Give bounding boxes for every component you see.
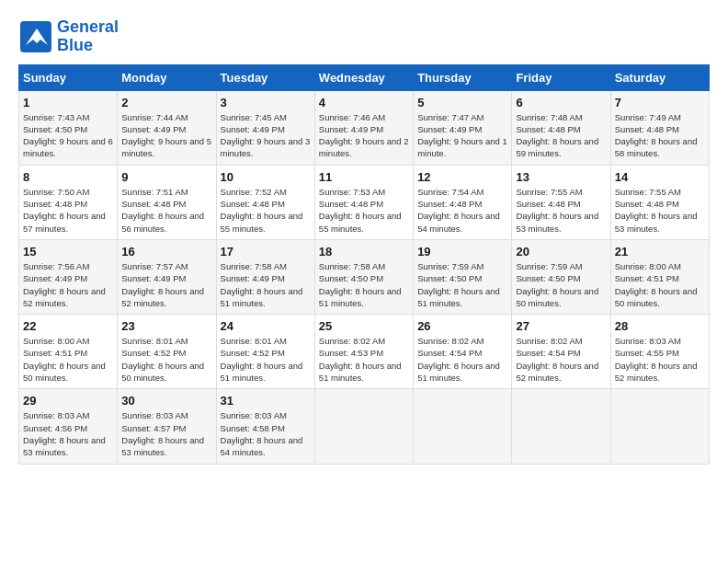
day-info: Sunrise: 8:03 AM Sunset: 4:55 PM Dayligh… bbox=[615, 335, 705, 384]
calendar-cell: 27 Sunrise: 8:02 AM Sunset: 4:54 PM Dayl… bbox=[512, 315, 610, 389]
logo: General Blue bbox=[18, 18, 119, 55]
day-info: Sunrise: 8:00 AM Sunset: 4:51 PM Dayligh… bbox=[615, 260, 705, 309]
day-number: 11 bbox=[319, 170, 409, 184]
day-info: Sunrise: 7:51 AM Sunset: 4:48 PM Dayligh… bbox=[121, 186, 211, 235]
day-number: 6 bbox=[516, 96, 606, 109]
calendar-cell: 28 Sunrise: 8:03 AM Sunset: 4:55 PM Dayl… bbox=[610, 315, 709, 389]
calendar-cell bbox=[314, 389, 413, 464]
header-day-sunday: Sunday bbox=[19, 64, 118, 90]
calendar-cell: 19 Sunrise: 7:59 AM Sunset: 4:50 PM Dayl… bbox=[414, 239, 512, 314]
day-number: 31 bbox=[221, 394, 311, 408]
day-info: Sunrise: 8:03 AM Sunset: 4:56 PM Dayligh… bbox=[23, 409, 113, 458]
day-number: 3 bbox=[221, 96, 311, 109]
calendar-cell: 13 Sunrise: 7:55 AM Sunset: 4:48 PM Dayl… bbox=[512, 165, 610, 239]
logo-icon bbox=[18, 19, 53, 54]
calendar-cell: 14 Sunrise: 7:55 AM Sunset: 4:48 PM Dayl… bbox=[610, 165, 709, 239]
day-number: 12 bbox=[417, 170, 507, 184]
calendar-cell: 17 Sunrise: 7:58 AM Sunset: 4:49 PM Dayl… bbox=[216, 239, 314, 314]
day-number: 8 bbox=[23, 170, 113, 184]
day-number: 4 bbox=[319, 96, 409, 109]
day-info: Sunrise: 7:46 AM Sunset: 4:49 PM Dayligh… bbox=[319, 111, 409, 160]
header-day-thursday: Thursday bbox=[414, 64, 512, 90]
calendar-cell: 26 Sunrise: 8:02 AM Sunset: 4:54 PM Dayl… bbox=[414, 315, 512, 389]
calendar-cell: 4 Sunrise: 7:46 AM Sunset: 4:49 PM Dayli… bbox=[314, 90, 413, 165]
day-info: Sunrise: 7:47 AM Sunset: 4:49 PM Dayligh… bbox=[417, 111, 507, 160]
day-info: Sunrise: 7:54 AM Sunset: 4:48 PM Dayligh… bbox=[417, 186, 507, 235]
day-info: Sunrise: 7:57 AM Sunset: 4:49 PM Dayligh… bbox=[121, 260, 211, 309]
calendar-cell: 8 Sunrise: 7:50 AM Sunset: 4:48 PM Dayli… bbox=[19, 165, 118, 239]
calendar-cell: 9 Sunrise: 7:51 AM Sunset: 4:48 PM Dayli… bbox=[118, 165, 216, 239]
calendar-cell: 6 Sunrise: 7:48 AM Sunset: 4:48 PM Dayli… bbox=[512, 90, 610, 165]
calendar-cell bbox=[414, 389, 512, 464]
day-number: 30 bbox=[121, 394, 211, 408]
calendar-cell: 21 Sunrise: 8:00 AM Sunset: 4:51 PM Dayl… bbox=[610, 239, 709, 314]
calendar-cell bbox=[610, 389, 709, 464]
day-info: Sunrise: 7:56 AM Sunset: 4:49 PM Dayligh… bbox=[23, 260, 113, 309]
day-number: 21 bbox=[615, 245, 705, 259]
day-info: Sunrise: 7:55 AM Sunset: 4:48 PM Dayligh… bbox=[516, 186, 606, 235]
calendar-cell: 10 Sunrise: 7:52 AM Sunset: 4:48 PM Dayl… bbox=[216, 165, 314, 239]
day-number: 7 bbox=[615, 96, 705, 109]
header-day-friday: Friday bbox=[512, 64, 610, 90]
calendar-cell: 11 Sunrise: 7:53 AM Sunset: 4:48 PM Dayl… bbox=[314, 165, 413, 239]
week-row-3: 15 Sunrise: 7:56 AM Sunset: 4:49 PM Dayl… bbox=[19, 239, 710, 314]
day-info: Sunrise: 7:50 AM Sunset: 4:48 PM Dayligh… bbox=[23, 186, 113, 235]
logo-general: General bbox=[57, 17, 119, 36]
calendar-cell: 20 Sunrise: 7:59 AM Sunset: 4:50 PM Dayl… bbox=[512, 239, 610, 314]
header-day-monday: Monday bbox=[118, 64, 216, 90]
day-number: 27 bbox=[516, 319, 606, 333]
day-number: 1 bbox=[23, 96, 113, 109]
day-number: 10 bbox=[221, 170, 311, 184]
calendar-cell bbox=[512, 389, 610, 464]
day-number: 16 bbox=[121, 245, 211, 259]
day-number: 29 bbox=[23, 394, 113, 408]
day-info: Sunrise: 7:58 AM Sunset: 4:49 PM Dayligh… bbox=[221, 260, 311, 309]
calendar-cell: 16 Sunrise: 7:57 AM Sunset: 4:49 PM Dayl… bbox=[118, 239, 216, 314]
calendar-cell: 1 Sunrise: 7:43 AM Sunset: 4:50 PM Dayli… bbox=[19, 90, 118, 165]
day-number: 15 bbox=[23, 245, 113, 259]
day-number: 23 bbox=[121, 319, 211, 333]
calendar-cell: 2 Sunrise: 7:44 AM Sunset: 4:49 PM Dayli… bbox=[118, 90, 216, 165]
day-number: 14 bbox=[615, 170, 705, 184]
day-number: 28 bbox=[615, 319, 705, 333]
calendar-cell: 15 Sunrise: 7:56 AM Sunset: 4:49 PM Dayl… bbox=[19, 239, 118, 314]
calendar-cell: 3 Sunrise: 7:45 AM Sunset: 4:49 PM Dayli… bbox=[216, 90, 314, 165]
day-info: Sunrise: 8:00 AM Sunset: 4:51 PM Dayligh… bbox=[23, 335, 113, 384]
calendar-cell: 12 Sunrise: 7:54 AM Sunset: 4:48 PM Dayl… bbox=[414, 165, 512, 239]
day-number: 24 bbox=[221, 319, 311, 333]
day-number: 20 bbox=[516, 245, 606, 259]
day-info: Sunrise: 7:45 AM Sunset: 4:49 PM Dayligh… bbox=[221, 111, 311, 160]
day-info: Sunrise: 7:52 AM Sunset: 4:48 PM Dayligh… bbox=[221, 186, 311, 235]
day-number: 17 bbox=[221, 245, 311, 259]
calendar-cell: 7 Sunrise: 7:49 AM Sunset: 4:48 PM Dayli… bbox=[610, 90, 709, 165]
day-number: 5 bbox=[417, 96, 507, 109]
header-row: SundayMondayTuesdayWednesdayThursdayFrid… bbox=[19, 64, 710, 90]
day-info: Sunrise: 8:02 AM Sunset: 4:53 PM Dayligh… bbox=[319, 335, 409, 384]
day-number: 13 bbox=[516, 170, 606, 184]
day-info: Sunrise: 7:58 AM Sunset: 4:50 PM Dayligh… bbox=[319, 260, 409, 309]
calendar-cell: 24 Sunrise: 8:01 AM Sunset: 4:52 PM Dayl… bbox=[216, 315, 314, 389]
day-info: Sunrise: 8:02 AM Sunset: 4:54 PM Dayligh… bbox=[417, 335, 507, 384]
calendar-cell: 25 Sunrise: 8:02 AM Sunset: 4:53 PM Dayl… bbox=[314, 315, 413, 389]
week-row-5: 29 Sunrise: 8:03 AM Sunset: 4:56 PM Dayl… bbox=[19, 389, 710, 464]
logo-blue: Blue bbox=[57, 37, 119, 55]
calendar-cell: 23 Sunrise: 8:01 AM Sunset: 4:52 PM Dayl… bbox=[118, 315, 216, 389]
day-info: Sunrise: 7:53 AM Sunset: 4:48 PM Dayligh… bbox=[319, 186, 409, 235]
calendar-cell: 5 Sunrise: 7:47 AM Sunset: 4:49 PM Dayli… bbox=[414, 90, 512, 165]
day-info: Sunrise: 7:48 AM Sunset: 4:48 PM Dayligh… bbox=[516, 111, 606, 160]
header-day-saturday: Saturday bbox=[610, 64, 709, 90]
week-row-4: 22 Sunrise: 8:00 AM Sunset: 4:51 PM Dayl… bbox=[19, 315, 710, 389]
day-number: 25 bbox=[319, 319, 409, 333]
day-number: 19 bbox=[417, 245, 507, 259]
day-number: 22 bbox=[23, 319, 113, 333]
page-header: General Blue bbox=[18, 18, 710, 55]
day-info: Sunrise: 8:03 AM Sunset: 4:57 PM Dayligh… bbox=[121, 409, 211, 458]
day-info: Sunrise: 7:59 AM Sunset: 4:50 PM Dayligh… bbox=[516, 260, 606, 309]
day-info: Sunrise: 8:03 AM Sunset: 4:58 PM Dayligh… bbox=[221, 409, 311, 458]
calendar-table: SundayMondayTuesdayWednesdayThursdayFrid… bbox=[18, 64, 710, 465]
calendar-cell: 29 Sunrise: 8:03 AM Sunset: 4:56 PM Dayl… bbox=[19, 389, 118, 464]
day-number: 9 bbox=[121, 170, 211, 184]
header-day-wednesday: Wednesday bbox=[314, 64, 413, 90]
calendar-cell: 18 Sunrise: 7:58 AM Sunset: 4:50 PM Dayl… bbox=[314, 239, 413, 314]
day-number: 26 bbox=[417, 319, 507, 333]
